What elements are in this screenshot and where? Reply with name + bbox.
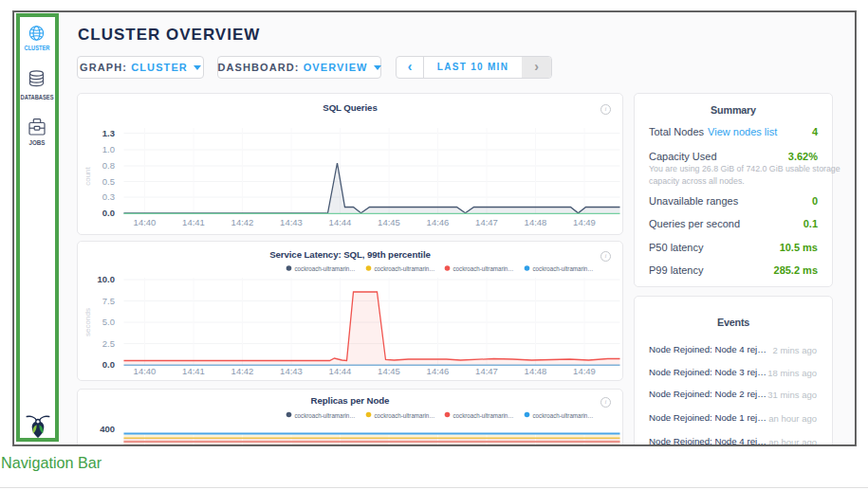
svg-text:14:47: 14:47: [475, 217, 498, 227]
svg-text:14:46: 14:46: [427, 217, 450, 227]
svg-text:400: 400: [100, 424, 115, 434]
svg-text:cockroach-ultramarin…: cockroach-ultramarin…: [375, 264, 435, 273]
svg-text:JOBS: JOBS: [29, 139, 46, 146]
svg-text:cockroach-ultramarin…: cockroach-ultramarin…: [453, 411, 514, 420]
svg-text:14:48: 14:48: [525, 217, 547, 227]
svg-text:2.5: 2.5: [102, 338, 115, 349]
svg-text:count: count: [83, 166, 92, 185]
svg-text:cockroach-ultramarin…: cockroach-ultramarin…: [533, 264, 594, 273]
svg-text:14:47: 14:47: [475, 366, 498, 376]
svg-text:14:41: 14:41: [182, 217, 205, 227]
svg-text:14:43: 14:43: [280, 366, 303, 376]
svg-text:10.0: 10.0: [98, 274, 116, 284]
svg-text:14:46: 14:46: [427, 366, 450, 376]
svg-text:cockroach-ultramarin…: cockroach-ultramarin…: [453, 264, 514, 273]
svg-text:0.3: 0.3: [102, 191, 115, 202]
svg-text:cockroach-ultramarin…: cockroach-ultramarin…: [295, 264, 356, 273]
svg-text:14:42: 14:42: [231, 217, 254, 227]
svg-text:14:49: 14:49: [573, 217, 596, 227]
svg-text:14:40: 14:40: [134, 217, 157, 227]
svg-text:14:49: 14:49: [573, 366, 596, 376]
svg-text:cockroach-ultramarin…: cockroach-ultramarin…: [295, 411, 356, 420]
svg-text:1.3: 1.3: [102, 128, 115, 138]
svg-text:0.8: 0.8: [102, 160, 115, 171]
svg-text:cockroach-ultramarin…: cockroach-ultramarin…: [375, 411, 435, 420]
svg-text:0.0: 0.0: [102, 359, 115, 370]
svg-text:14:48: 14:48: [525, 366, 547, 376]
svg-text:5.0: 5.0: [102, 317, 115, 327]
svg-text:DATABASES: DATABASES: [21, 94, 55, 100]
svg-text:7.5: 7.5: [102, 296, 115, 306]
svg-text:1.0: 1.0: [102, 144, 115, 154]
svg-text:14:44: 14:44: [329, 366, 352, 376]
svg-text:14:44: 14:44: [329, 217, 352, 227]
svg-text:0.5: 0.5: [102, 176, 115, 187]
svg-text:0.0: 0.0: [102, 208, 115, 218]
svg-text:CLUSTER: CLUSTER: [25, 45, 50, 51]
svg-text:14:45: 14:45: [378, 366, 400, 376]
svg-text:seconds: seconds: [83, 308, 92, 336]
svg-text:14:40: 14:40: [134, 366, 157, 376]
svg-text:cockroach-ultramarin…: cockroach-ultramarin…: [533, 411, 594, 420]
svg-text:14:41: 14:41: [182, 366, 205, 376]
svg-text:14:43: 14:43: [280, 217, 303, 227]
svg-text:14:42: 14:42: [231, 366, 254, 376]
svg-text:14:45: 14:45: [378, 217, 400, 227]
